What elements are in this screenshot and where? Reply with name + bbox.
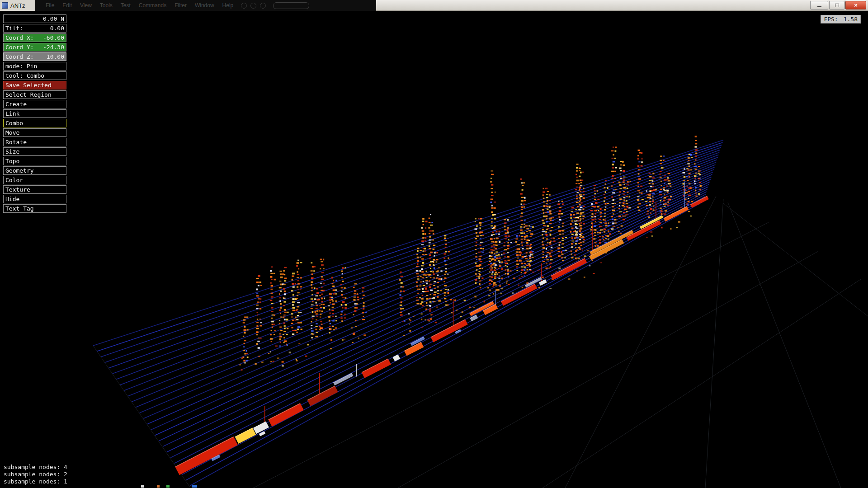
hud-row-save-selected[interactable]: Save Selected xyxy=(3,81,66,89)
window-title: ANTz xyxy=(10,2,25,9)
hud-row-hide[interactable]: Hide xyxy=(3,195,66,203)
toolbar-circle-icon[interactable] xyxy=(241,3,247,9)
hud-row-tool[interactable]: tool: Combo xyxy=(3,71,66,80)
menu-item-edit[interactable]: Edit xyxy=(58,2,76,9)
status-lines: subsample nodes: 4subsample nodes: 2subs… xyxy=(4,464,67,485)
hud-row-mode[interactable]: mode: Pin xyxy=(3,62,66,70)
hud-row-color[interactable]: Color xyxy=(3,176,66,184)
menu-item-filter[interactable]: Filter xyxy=(170,2,191,9)
menu-item-file[interactable]: File xyxy=(42,2,58,9)
taskbar-sliver xyxy=(0,485,868,488)
toolbar-circle-icon[interactable] xyxy=(260,3,266,9)
status-line: subsample nodes: 2 xyxy=(4,471,67,478)
hud-row-coord-y[interactable]: Coord Y:-24.30 xyxy=(3,43,66,52)
menu-bar: FileEditViewToolsTestCommandsFilterWindo… xyxy=(35,0,376,11)
menu-item-window[interactable]: Window xyxy=(191,2,218,9)
menu-item-view[interactable]: View xyxy=(76,2,96,9)
toolbar-circle-icon[interactable] xyxy=(250,3,256,9)
taskbar-icon xyxy=(192,485,197,488)
app-title-chip: ANTz xyxy=(0,0,35,11)
minimize-icon xyxy=(817,6,821,7)
hud-row-geometry[interactable]: Geometry xyxy=(3,166,66,175)
menu-item-test[interactable]: Test xyxy=(117,2,135,9)
hud-row-tilt[interactable]: Tilt:0.00 xyxy=(3,24,66,33)
taskbar-icon xyxy=(157,485,160,488)
taskbar-icon xyxy=(166,485,170,488)
hud-row-link[interactable]: Link xyxy=(3,109,66,118)
hud-row-rotate[interactable]: Rotate xyxy=(3,138,66,146)
title-bar-right: × xyxy=(376,0,868,11)
fps-label: FPS: xyxy=(824,16,838,23)
minimize-button[interactable] xyxy=(810,1,828,9)
title-bar: ANTz FileEditViewToolsTestCommandsFilter… xyxy=(0,0,868,11)
maximize-button[interactable] xyxy=(829,1,844,9)
hud-row-size[interactable]: Size xyxy=(3,147,66,156)
fps-value: 1.58 xyxy=(844,16,858,23)
app-icon xyxy=(2,2,8,9)
status-line: subsample nodes: 1 xyxy=(4,478,67,485)
hud-row-create[interactable]: Create xyxy=(3,100,66,108)
search-input[interactable] xyxy=(273,2,309,9)
menu-item-help[interactable]: Help xyxy=(218,2,238,9)
hud-row-heading[interactable]: 0.00 N xyxy=(3,14,66,23)
hud-row-select-region[interactable]: Select Region xyxy=(3,90,66,99)
hud-row-text-tag[interactable]: Text Tag xyxy=(3,204,66,213)
hud-panel: 0.00 NTilt:0.00Coord X:-60.00Coord Y:-24… xyxy=(3,14,66,214)
status-line: subsample nodes: 4 xyxy=(4,464,67,471)
hud-row-coord-z[interactable]: Coord Z:10.00 xyxy=(3,52,66,61)
hud-row-texture[interactable]: Texture xyxy=(3,185,66,194)
menu-item-tools[interactable]: Tools xyxy=(96,2,117,9)
taskbar-icon xyxy=(141,485,144,488)
viewport-canvas[interactable] xyxy=(0,0,868,488)
hud-row-topo[interactable]: Topo xyxy=(3,157,66,165)
menu-item-commands[interactable]: Commands xyxy=(135,2,170,9)
close-button[interactable]: × xyxy=(845,1,866,9)
hud-row-combo[interactable]: Combo xyxy=(3,119,66,127)
hud-row-move[interactable]: Move xyxy=(3,128,66,137)
close-icon: × xyxy=(854,2,858,9)
hud-row-coord-x[interactable]: Coord X:-60.00 xyxy=(3,33,66,42)
fps-badge: FPS: 1.58 xyxy=(821,15,861,23)
maximize-icon xyxy=(835,4,839,7)
